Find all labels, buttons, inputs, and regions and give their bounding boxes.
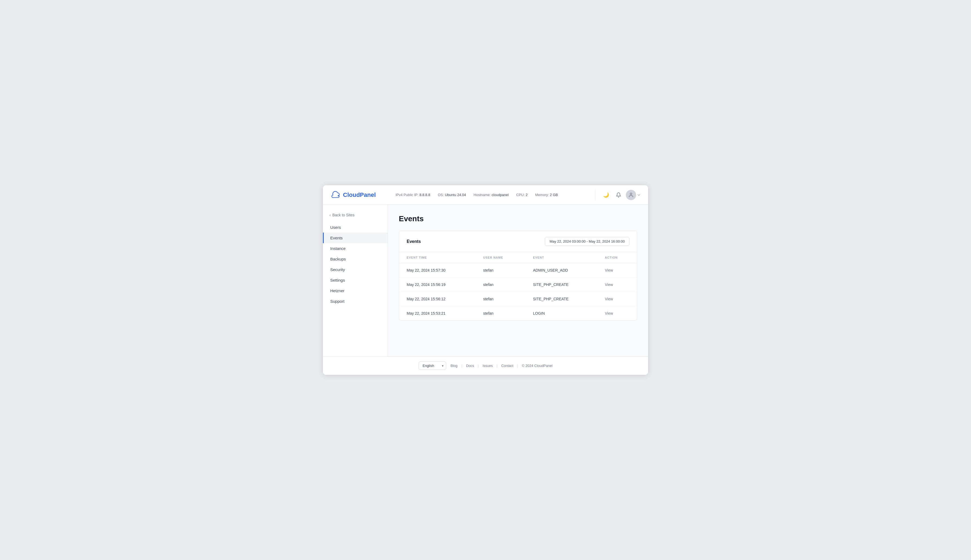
cell-event-time: May 22, 2024 15:57:30 — [399, 263, 475, 278]
language-select[interactable]: EnglishDeutschFrançaisEspañol — [419, 362, 446, 370]
memory-info: Memory: 2 GB — [535, 193, 558, 197]
back-to-sites[interactable]: ‹ Back to Sites — [323, 210, 388, 220]
table-row: May 22, 2024 15:57:30stefanADMIN_USER_AD… — [399, 263, 637, 278]
cell-action: View — [597, 306, 637, 321]
view-action-link[interactable]: View — [605, 282, 613, 287]
events-card: Events May 22, 2024 03:00:00 - May 22, 2… — [399, 231, 637, 321]
sidebar-item-backups[interactable]: Backups — [323, 254, 388, 264]
header-actions: 🌙 — [595, 190, 641, 200]
footer-sep-4: | — [517, 364, 518, 368]
back-arrow-icon: ‹ — [329, 213, 331, 217]
notifications-button[interactable] — [613, 190, 624, 200]
cell-action: View — [597, 263, 637, 278]
cell-event: ADMIN_USER_ADD — [526, 263, 597, 278]
cell-event: SITE_PHP_CREATE — [526, 292, 597, 306]
cell-event-time: May 22, 2024 15:56:12 — [399, 292, 475, 306]
svg-point-0 — [630, 193, 632, 195]
ipv4-info: IPv4 Public IP: 8.8.8.8 — [395, 193, 430, 197]
footer-links: Blog | Docs | Issues | Contact | © 2024 … — [450, 364, 553, 368]
col-event: EVENT — [526, 252, 597, 263]
header: CloudPanel IPv4 Public IP: 8.8.8.8 OS: U… — [323, 185, 648, 205]
logo-text: CloudPanel — [343, 192, 376, 198]
view-action-link[interactable]: View — [605, 297, 613, 301]
footer-docs-link[interactable]: Docs — [466, 364, 474, 368]
sidebar-item-support[interactable]: Support — [323, 296, 388, 307]
col-action: ACTION — [597, 252, 637, 263]
page-title: Events — [399, 215, 637, 223]
logo-area: CloudPanel — [330, 190, 395, 200]
date-range-picker[interactable]: May 22, 2024 03:00:00 - May 22, 2024 16:… — [545, 237, 629, 246]
footer-sep-3: | — [497, 364, 497, 368]
app-container: CloudPanel IPv4 Public IP: 8.8.8.8 OS: U… — [323, 185, 648, 375]
table-row: May 22, 2024 15:53:21stefanLOGINView — [399, 306, 637, 321]
user-avatar-button[interactable] — [626, 190, 636, 200]
cloud-logo-icon — [330, 190, 340, 200]
col-user-name: USER NAME — [475, 252, 526, 263]
table-header: EVENT TIME USER NAME EVENT ACTION — [399, 252, 637, 263]
sidebar-item-security[interactable]: Security — [323, 264, 388, 275]
table-row: May 22, 2024 15:56:19stefanSITE_PHP_CREA… — [399, 278, 637, 292]
cell-user-name: stefan — [475, 306, 526, 321]
table-row: May 22, 2024 15:56:12stefanSITE_PHP_CREA… — [399, 292, 637, 306]
main-content: Events Events May 22, 2024 03:00:00 - Ma… — [388, 205, 648, 357]
cpu-info: CPU: 2 — [516, 193, 527, 197]
footer-contact-link[interactable]: Contact — [501, 364, 514, 368]
view-action-link[interactable]: View — [605, 268, 613, 272]
os-info: OS: Ubuntu 24.04 — [438, 193, 466, 197]
cell-event: SITE_PHP_CREATE — [526, 278, 597, 292]
cell-user-name: stefan — [475, 263, 526, 278]
table-header-row: EVENT TIME USER NAME EVENT ACTION — [399, 252, 637, 263]
language-selector-wrapper: EnglishDeutschFrançaisEspañol ▾ — [419, 362, 446, 370]
sidebar-item-events[interactable]: Events — [323, 233, 388, 243]
view-action-link[interactable]: View — [605, 311, 613, 315]
cell-event-time: May 22, 2024 15:56:19 — [399, 278, 475, 292]
header-info: IPv4 Public IP: 8.8.8.8 OS: Ubuntu 24.04… — [395, 193, 590, 197]
footer-copyright: © 2024 CloudPanel — [522, 364, 552, 368]
footer-sep-1: | — [461, 364, 462, 368]
cell-action: View — [597, 292, 637, 306]
cell-user-name: stefan — [475, 278, 526, 292]
body-area: ‹ Back to Sites Users Events Instance Ba… — [323, 205, 648, 357]
sidebar-item-instance[interactable]: Instance — [323, 243, 388, 254]
dark-mode-toggle[interactable]: 🌙 — [601, 190, 611, 200]
footer-sep-2: | — [478, 364, 479, 368]
footer: EnglishDeutschFrançaisEspañol ▾ Blog | D… — [323, 357, 648, 375]
sidebar-item-hetzner[interactable]: Hetzner — [323, 285, 388, 296]
cell-event: LOGIN — [526, 306, 597, 321]
footer-blog-link[interactable]: Blog — [450, 364, 457, 368]
sidebar-item-settings[interactable]: Settings — [323, 275, 388, 285]
cell-event-time: May 22, 2024 15:53:21 — [399, 306, 475, 321]
events-table: EVENT TIME USER NAME EVENT ACTION May 22… — [399, 252, 637, 320]
chevron-down-icon — [637, 193, 641, 197]
sidebar-item-users[interactable]: Users — [323, 222, 388, 233]
sidebar: ‹ Back to Sites Users Events Instance Ba… — [323, 205, 388, 357]
footer-issues-link[interactable]: Issues — [482, 364, 493, 368]
table-body: May 22, 2024 15:57:30stefanADMIN_USER_AD… — [399, 263, 637, 321]
card-header: Events May 22, 2024 03:00:00 - May 22, 2… — [399, 231, 637, 252]
cell-user-name: stefan — [475, 292, 526, 306]
hostname-info: Hostname: cloudpanel — [474, 193, 509, 197]
col-event-time: EVENT TIME — [399, 252, 475, 263]
cell-action: View — [597, 278, 637, 292]
card-title: Events — [407, 239, 421, 244]
